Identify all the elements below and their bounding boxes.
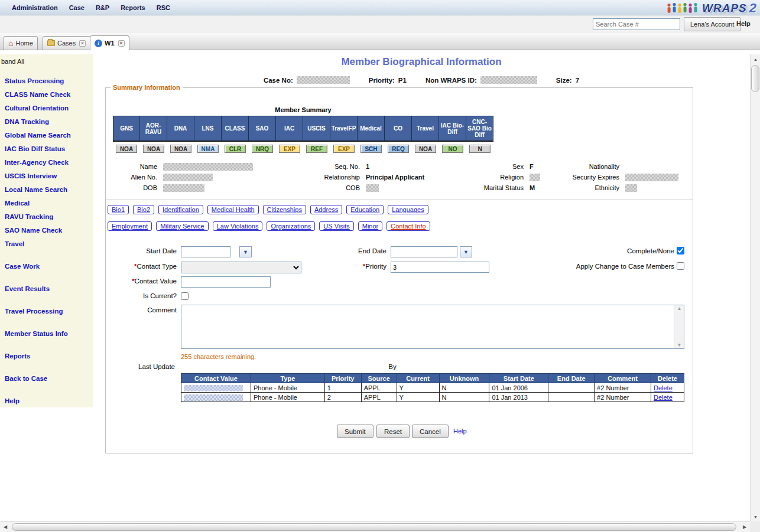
summary-column: CO REQ (385, 116, 412, 153)
sidebar-item-local-name-search[interactable]: Local Name Search (0, 183, 93, 197)
tab-military-service[interactable]: Military Service (156, 221, 209, 231)
sidebar-expand-all[interactable]: band All (0, 54, 93, 65)
tab-w1[interactable]: i W1 × (90, 35, 129, 50)
info-icon: i (95, 40, 102, 47)
vertical-scrollbar-thumb[interactable] (751, 65, 759, 92)
menu-administration[interactable]: Administration (12, 4, 58, 11)
status-badge: NO (442, 145, 463, 153)
priority-input[interactable] (391, 262, 489, 273)
tab-cases[interactable]: Cases × (43, 36, 90, 50)
contact-type-select[interactable] (181, 262, 301, 273)
tab-languages[interactable]: Languages (388, 205, 428, 214)
comment-textarea[interactable] (181, 305, 673, 348)
sidebar-item-sao-name-check[interactable]: SAO Name Check (0, 224, 93, 237)
sidebar-item-uscis-interview[interactable]: USCIS Interview (0, 169, 93, 183)
tab-us-visits[interactable]: US Visits (319, 221, 353, 231)
apply-change-checkbox[interactable] (677, 262, 684, 270)
sidebar-item-ravu-tracking[interactable]: RAVU Tracking (0, 210, 93, 224)
sidebar-item-cultural-orientation[interactable]: Cultural Orientation (0, 102, 93, 115)
scrollbar-corner (750, 521, 760, 532)
horizontal-scrollbar: ◀ ▶ (0, 521, 750, 532)
col-start-date: Start Date (489, 374, 548, 383)
sidebar-item-dna-tracking[interactable]: DNA Tracking (0, 115, 93, 129)
scroll-right-icon[interactable]: ▶ (739, 522, 750, 532)
tab-cases-label: Cases (57, 40, 76, 47)
submit-button[interactable]: Submit (337, 425, 373, 438)
sidebar-item-back-to-case[interactable]: Back to Case (0, 372, 93, 386)
summary-column-header: CO (385, 116, 412, 142)
tab-home[interactable]: ⌂ Home (4, 36, 38, 50)
horizontal-scrollbar-thumb[interactable] (12, 523, 736, 531)
help-link[interactable]: Help (453, 427, 467, 435)
delete-link[interactable]: Delete (654, 384, 673, 391)
close-icon[interactable]: × (118, 40, 125, 47)
tab-bio1[interactable]: Bio1 (108, 205, 129, 214)
tab-organizations[interactable]: Organizations (267, 221, 315, 231)
sidebar-item-event-results[interactable]: Event Results (0, 282, 93, 296)
contact-value-label: *Contact Value (106, 278, 177, 285)
sidebar-item-travel-processing[interactable]: Travel Processing (0, 305, 93, 318)
contact-value-redacted (184, 394, 243, 401)
menu-rp[interactable]: R&P (96, 4, 109, 11)
toolbar: Lena's Account Help (0, 15, 760, 33)
contact-value-input[interactable] (181, 276, 271, 288)
tab-identification[interactable]: Identification (158, 205, 203, 214)
scroll-up-icon[interactable]: ▲ (751, 54, 760, 64)
tab-minor[interactable]: Minor (358, 221, 383, 231)
tab-education[interactable]: Education (346, 205, 384, 214)
menu-reports[interactable]: Reports (121, 4, 145, 11)
summary-column: USCIS REF (303, 116, 330, 153)
sidebar-item-status-processing[interactable]: Status Processing (0, 74, 93, 88)
delete-link[interactable]: Delete (654, 394, 673, 401)
menu-rsc[interactable]: RSC (157, 4, 170, 11)
member-summary-title: Member Summary (113, 106, 493, 113)
sidebar-item-iac-bio-diff-status[interactable]: IAC Bio Diff Status (0, 142, 93, 156)
seq-no-label: Seq. No. (318, 163, 360, 170)
cancel-button[interactable]: Cancel (412, 425, 449, 438)
comment-scrollbar[interactable]: ▲ ▼ (674, 305, 684, 348)
bio-tab-row-2: Employment Military Service Law Violatio… (108, 221, 430, 231)
summary-column: DNA NOA (167, 116, 194, 153)
tab-address[interactable]: Address (310, 205, 342, 214)
status-badge: SCH (360, 145, 382, 153)
account-button[interactable]: Lena's Account (684, 17, 740, 31)
close-icon[interactable]: × (79, 40, 86, 47)
end-date-calendar-button[interactable]: ▼ (460, 246, 472, 257)
status-badge: NOA (415, 145, 436, 153)
menu-case[interactable]: Case (69, 4, 85, 11)
tab-law-violations[interactable]: Law Violations (213, 221, 263, 231)
start-date-input[interactable] (181, 246, 230, 257)
tab-employment[interactable]: Employment (108, 221, 152, 231)
contact-type-label: *Contact Type (106, 263, 177, 270)
scroll-left-icon[interactable]: ◀ (0, 522, 11, 532)
search-case-input[interactable] (593, 18, 680, 30)
sidebar-item-case-work[interactable]: Case Work (0, 260, 93, 273)
cob-label: COB (318, 184, 360, 191)
home-icon: ⌂ (8, 40, 13, 47)
tab-citizenships[interactable]: Citizenships (263, 205, 306, 214)
sidebar-item-member-status-info[interactable]: Member Status Info (0, 327, 93, 341)
sidebar-item-reports[interactable]: Reports (0, 350, 93, 363)
sidebar-item-medical[interactable]: Medical (0, 197, 93, 210)
is-current-checkbox[interactable] (181, 292, 189, 300)
sidebar-top-links: Status Processing CLASS Name Check Cultu… (0, 65, 93, 251)
complete-none-checkbox[interactable] (677, 247, 684, 254)
scroll-up-icon[interactable]: ▲ (674, 306, 684, 311)
summary-column-header: LNS (194, 116, 222, 142)
tab-contact-info[interactable]: Contact Info (387, 221, 430, 231)
help-menu[interactable]: Help (736, 20, 751, 27)
wraps-logo: WRAPS 2 (667, 1, 756, 16)
end-date-input[interactable] (391, 246, 457, 257)
sidebar-item-inter-agency-check[interactable]: Inter-Agency Check (0, 156, 93, 169)
scroll-down-icon[interactable]: ▼ (751, 512, 760, 521)
sidebar-item-global-name-search[interactable]: Global Name Search (0, 129, 93, 142)
tab-bio2[interactable]: Bio2 (133, 205, 154, 214)
scroll-down-icon[interactable]: ▼ (674, 342, 684, 348)
start-date-calendar-button[interactable]: ▼ (239, 246, 252, 257)
reset-button[interactable]: Reset (376, 425, 410, 438)
ethnicity-label: Ethnicity (564, 184, 619, 191)
tab-medical-health[interactable]: Medical Health (207, 205, 259, 214)
sidebar-item-class-name-check[interactable]: CLASS Name Check (0, 88, 93, 102)
sidebar-item-help[interactable]: Help (0, 394, 93, 408)
sidebar-item-travel[interactable]: Travel (0, 237, 93, 251)
